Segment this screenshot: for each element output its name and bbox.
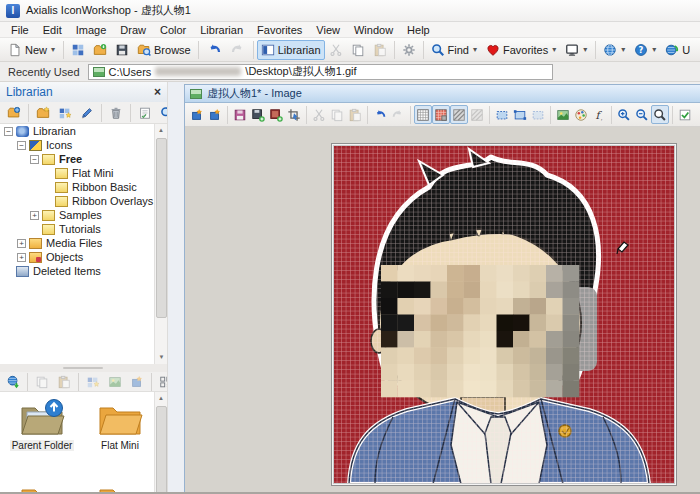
options-button[interactable] [398,40,420,60]
web-button[interactable]: ▾ [599,40,630,60]
favorites-button[interactable]: Favorites▾ [482,40,561,60]
image-canvas[interactable] [331,143,677,486]
menu-item-view[interactable]: View [309,22,347,38]
crop-button[interactable] [285,105,303,124]
find-dropdown-icon[interactable]: ▾ [472,45,478,54]
recent-path-combobox[interactable]: C:\Users \Desktop\虚拟人物1.gif [88,64,553,80]
add-format-button[interactable] [267,105,285,124]
menu-item-image[interactable]: Image [69,22,114,38]
tree-item-icons[interactable]: −Icons [0,138,167,152]
float-selection-button[interactable] [529,105,547,124]
doc-redo-button[interactable] [389,105,407,124]
browse-button[interactable]: Browse [133,40,195,60]
tree-item-tutorials[interactable]: Tutorials [0,222,167,236]
show-grid-button[interactable] [414,105,432,124]
menu-item-librarian[interactable]: Librarian [193,22,250,38]
tree-item-samples[interactable]: +Samples [0,208,167,222]
new-button[interactable]: New▾ [4,40,60,60]
document-tab-bar[interactable]: 虚拟人物1* - Image [185,85,700,103]
color-palette-button[interactable] [572,105,590,124]
transparency-button[interactable] [450,105,468,124]
lcd-preview-button[interactable] [432,105,450,124]
zoom-tool-button[interactable] [651,105,669,124]
folder-item-parent-folder[interactable]: Parent Folder [6,398,78,451]
expander-minus-icon[interactable]: − [30,155,39,164]
save-image-button[interactable] [231,105,249,124]
open-button[interactable] [89,40,111,60]
new-library-button-panel[interactable] [54,103,76,123]
folder-item-flat-mini[interactable]: Flat Mini [84,398,156,451]
menu-item-draw[interactable]: Draw [113,22,153,38]
screen-dropdown-icon[interactable]: ▾ [582,45,588,54]
close-icon[interactable]: × [154,85,161,99]
doc-cut-button[interactable] [310,105,328,124]
menu-item-window[interactable]: Window [347,22,400,38]
update-button[interactable]: U [661,40,694,60]
effects-button[interactable] [590,105,608,124]
tree-scrollbar[interactable]: ▲ ▼ [154,124,167,364]
menu-item-favorites[interactable]: Favorites [250,22,309,38]
tree-item-ribbon-basic[interactable]: Ribbon Basic [0,180,167,194]
delete-button[interactable] [105,103,127,123]
resize-selection-button[interactable] [511,105,529,124]
tree-item-free[interactable]: −Free [0,152,167,166]
tree-item-deleted-items[interactable]: Deleted Items [0,264,167,278]
properties-button[interactable] [134,103,156,123]
copy-item-button[interactable] [31,372,53,392]
tree-item-objects[interactable]: +Objects [0,250,167,264]
vertical-splitter[interactable] [167,82,184,494]
folder-scrollbar[interactable]: ▲ ▼ [154,392,167,494]
view-icons-button[interactable] [155,372,167,392]
zoom-out-button[interactable] [633,105,651,124]
expander-plus-icon[interactable]: + [17,239,26,248]
tree-scroll-thumb[interactable] [156,138,167,318]
paste-item-button[interactable] [53,372,75,392]
open-library-web-button[interactable] [3,103,25,123]
redo-button[interactable] [226,40,250,60]
help-dropdown-icon[interactable]: ▾ [651,45,657,54]
new-project-button[interactable] [188,105,206,124]
help-button[interactable]: ▾ [630,40,661,60]
menu-item-edit[interactable]: Edit [36,22,69,38]
doc-copy-button[interactable] [328,105,346,124]
expander-minus-icon[interactable]: − [4,127,13,136]
expander-plus-icon[interactable]: + [30,211,39,220]
copy-button[interactable] [347,40,369,60]
image-adjust-button[interactable] [554,105,572,124]
duplicate-project-button[interactable] [206,105,224,124]
tree-item-media-files[interactable]: +Media Files [0,236,167,250]
tree-item-ribbon-overlays[interactable]: Ribbon Overlays [0,194,167,208]
convert-button[interactable] [126,372,148,392]
search-button[interactable] [156,103,167,123]
panel-splitter-handle[interactable] [0,364,167,372]
menu-item-help[interactable]: Help [400,22,437,38]
zoom-in-button[interactable] [615,105,633,124]
expander-plus-icon[interactable]: + [17,253,26,262]
select-button[interactable] [493,105,511,124]
doc-undo-button[interactable] [371,105,389,124]
librarian-toggle-button[interactable]: Librarian [257,40,325,60]
scroll-up-icon[interactable]: ▲ [155,392,167,405]
tree-item-flat-mini[interactable]: Flat Mini [0,166,167,180]
test-icon-button[interactable] [676,105,694,124]
scroll-up-icon[interactable]: ▲ [155,124,167,137]
new-icon-button[interactable] [82,372,104,392]
menu-item-color[interactable]: Color [153,22,193,38]
new-library-button[interactable] [67,40,89,60]
find-button[interactable]: Find▾ [427,40,482,60]
new-folder-button[interactable] [32,103,54,123]
cut-button[interactable] [325,40,347,60]
folder-scroll-thumb[interactable] [156,406,167,494]
save-button[interactable] [111,40,133,60]
screen-button[interactable]: ▾ [561,40,592,60]
tree-item-librarian[interactable]: −Librarian [0,124,167,138]
paste-button[interactable] [369,40,391,60]
favorites-dropdown-icon[interactable]: ▾ [551,45,557,54]
pattern-button[interactable] [468,105,486,124]
undo-button[interactable] [202,40,226,60]
rename-button[interactable] [76,103,98,123]
new-dropdown-icon[interactable]: ▾ [50,45,56,54]
doc-paste-button[interactable] [346,105,364,124]
save-as-button[interactable] [249,105,267,124]
pixel-canvas-artwork[interactable] [333,145,675,484]
